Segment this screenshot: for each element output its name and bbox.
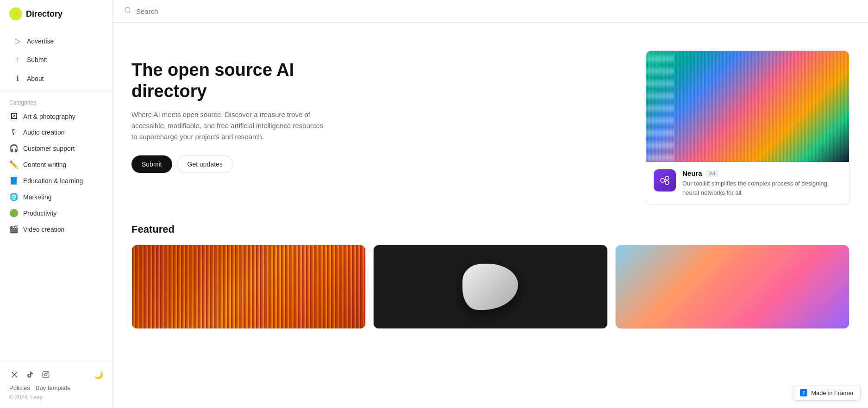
ad-card[interactable]: Neura Ad Our toolkit simplifies the comp… [646,50,849,205]
sidebar-nav: ▷ Advertise ↑ Submit ℹ About [0,28,112,92]
ad-title-row: Neura Ad [682,169,842,177]
featured-title: Featured [131,223,849,235]
svg-line-4 [129,12,131,13]
logo-icon: ⚡ [9,7,22,20]
blob-shape [462,264,518,310]
framer-badge[interactable]: F Made in Framer [793,385,861,401]
svg-point-1 [44,373,47,376]
logo-text: Directory [26,9,62,19]
featured-card-3[interactable] [615,245,849,329]
svg-point-3 [125,7,130,12]
copyright: © 2024, Leap [9,394,103,401]
framer-icon: F [800,389,807,396]
category-audio-label: Audio creation [23,129,65,136]
category-education-label: Education & learning [23,177,83,185]
category-writing[interactable]: ✏️ Content writing [9,156,103,173]
framer-label: Made in Framer [811,389,854,396]
featured-card-1-image [132,245,365,328]
search-bar [113,0,868,23]
hero-text: The open source AI directory Where AI me… [131,50,627,173]
sidebar-categories: Categories 🖼 Art & photography 🎙 Audio c… [0,92,112,241]
sidebar-item-submit-label: Submit [27,56,47,63]
sidebar-item-submit[interactable]: ↑ Submit [4,51,109,68]
ad-image-overlay [646,51,849,162]
video-icon: 🎬 [9,225,19,234]
marketing-icon: 🌐 [9,192,19,201]
audio-icon: 🎙 [9,128,19,136]
category-marketing-label: Marketing [23,193,51,201]
dark-mode-button[interactable]: 🌙 [94,371,103,379]
ad-image [646,51,849,162]
writing-icon: ✏️ [9,160,19,169]
search-input[interactable] [136,7,857,15]
category-productivity-label: Productivity [23,210,56,217]
education-icon: 📘 [9,176,19,185]
ad-image-stripes [646,51,674,162]
policies-link[interactable]: Policies [9,384,30,391]
ad-info: Neura Ad Our toolkit simplifies the comp… [682,169,842,197]
ad-name: Neura [682,169,702,177]
categories-label: Categories [9,99,103,106]
twitter-icon[interactable] [9,370,19,380]
ad-description: Our toolkit simplifies the complex proce… [682,179,842,197]
category-art[interactable]: 🖼 Art & photography [9,109,103,124]
category-art-label: Art & photography [23,113,75,120]
art-icon: 🖼 [9,112,19,121]
sidebar-item-about-label: About [27,75,44,82]
category-video-label: Video creation [23,226,64,233]
svg-point-6 [665,176,669,180]
category-writing-label: Content writing [23,161,66,168]
advertise-icon: ▷ [13,37,22,45]
sidebar-item-advertise[interactable]: ▷ Advertise [4,32,109,50]
submit-button[interactable]: Submit [131,155,172,173]
tiktok-icon[interactable] [25,370,35,380]
about-icon: ℹ [13,74,22,83]
footer-links: Policies Buy template [9,384,103,391]
category-video[interactable]: 🎬 Video creation [9,221,103,237]
sidebar-item-about[interactable]: ℹ About [4,69,109,87]
svg-point-5 [661,179,664,182]
featured-card-2-image [374,245,607,328]
productivity-icon: 🟢 [9,209,19,217]
hero-title: The open source AI directory [131,60,354,102]
search-icon [124,6,131,16]
category-productivity[interactable]: 🟢 Productivity [9,205,103,221]
svg-rect-0 [43,371,49,377]
category-support-label: Customer support [23,145,75,152]
ad-body: Neura Ad Our toolkit simplifies the comp… [646,162,849,204]
featured-card-3-image [616,245,849,328]
category-audio[interactable]: 🎙 Audio creation [9,124,103,140]
hero-buttons: Submit Get updates [131,155,627,173]
ad-logo [654,169,676,192]
support-icon: 🎧 [9,144,19,153]
featured-section: Featured [113,223,868,347]
main-content: The open source AI directory Where AI me… [113,0,868,408]
featured-card-2[interactable] [373,245,607,329]
svg-point-2 [47,373,48,373]
hero-description: Where AI meets open source. Discover a t… [131,109,326,142]
category-education[interactable]: 📘 Education & learning [9,173,103,189]
submit-icon: ↑ [13,56,22,64]
category-marketing[interactable]: 🌐 Marketing [9,189,103,205]
buy-template-link[interactable]: Buy template [36,384,71,391]
instagram-icon[interactable] [41,370,51,380]
category-support[interactable]: 🎧 Customer support [9,140,103,156]
svg-point-7 [665,181,669,185]
featured-grid [131,245,849,329]
featured-card-1[interactable] [131,245,366,329]
sidebar-logo[interactable]: ⚡ Directory [0,0,112,28]
card-1-pattern [132,245,365,328]
sidebar-footer: 🌙 Policies Buy template © 2024, Leap [0,362,112,408]
get-updates-button[interactable]: Get updates [177,155,233,173]
footer-social: 🌙 [9,370,103,380]
sidebar-item-advertise-label: Advertise [27,37,54,45]
hero-section: The open source AI directory Where AI me… [113,23,868,223]
ad-badge: Ad [706,170,718,177]
sidebar: ⚡ Directory ▷ Advertise ↑ Submit ℹ About… [0,0,113,408]
